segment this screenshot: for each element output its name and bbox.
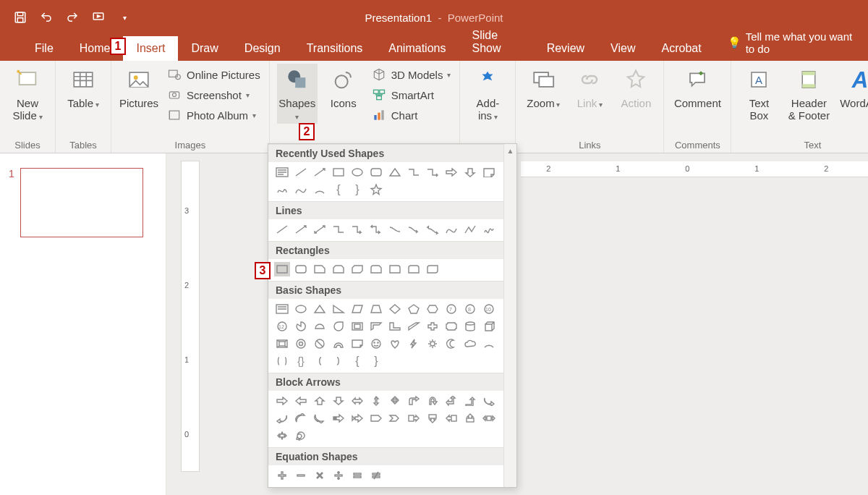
shape-arrow-callout-r[interactable]: [406, 411, 422, 426]
shapes-scrollbar[interactable]: ▲: [503, 144, 516, 487]
shape-multiply[interactable]: [312, 468, 328, 483]
addins-button[interactable]: Add- ins: [467, 64, 508, 122]
shape-divide[interactable]: [331, 468, 346, 483]
shape-arrow-bent[interactable]: [406, 394, 422, 408]
shape-cube[interactable]: [481, 319, 497, 334]
shape-line[interactable]: [274, 222, 290, 237]
shape-left-brace[interactable]: {: [331, 182, 346, 197]
shape-freeform2[interactable]: [462, 222, 478, 237]
shape-line-arrow[interactable]: [312, 165, 328, 179]
shape-teardrop[interactable]: [331, 319, 346, 334]
shape-lightning[interactable]: [406, 337, 422, 351]
shape-left-brace2[interactable]: {: [349, 354, 365, 368]
shape-right-brace2[interactable]: }: [368, 354, 384, 368]
shape-folded-corner[interactable]: [349, 337, 365, 351]
tab-insert[interactable]: Insert: [123, 36, 178, 61]
shape-arrow-up[interactable]: [312, 394, 328, 408]
shape-arrow-callout-lr[interactable]: [481, 411, 497, 426]
shape-rounded-rect[interactable]: [293, 262, 309, 276]
shape-arrow-right[interactable]: [274, 394, 290, 408]
smartart-button[interactable]: SmartArt: [370, 85, 453, 104]
shape-parallelogram[interactable]: [349, 302, 365, 316]
shape-decagon[interactable]: 10: [481, 302, 497, 316]
shape-arrow-notched[interactable]: [349, 411, 365, 426]
save-button[interactable]: [9, 6, 32, 29]
action-button[interactable]: Action: [616, 64, 656, 109]
shape-can[interactable]: [462, 319, 478, 334]
shape-curved-arrow[interactable]: [406, 222, 422, 237]
shape-pentagon-arrow[interactable]: [368, 411, 384, 426]
shape-octagon[interactable]: 8: [462, 302, 478, 316]
shape-pie[interactable]: [293, 319, 309, 334]
shape-diag-stripe[interactable]: [406, 319, 422, 334]
shape-arrow-down[interactable]: [331, 394, 346, 408]
shape-bevel[interactable]: [274, 337, 290, 351]
shape-arrow-down[interactable]: [462, 165, 478, 179]
tab-design[interactable]: Design: [231, 36, 294, 61]
shape-arrow-callout-l[interactable]: [443, 411, 459, 426]
shape-dodecagon[interactable]: 12: [274, 319, 290, 334]
photo-album-button[interactable]: Photo Album: [165, 106, 262, 124]
shape-plus[interactable]: [425, 319, 441, 334]
shape-curved[interactable]: [387, 222, 403, 237]
screenshot-button[interactable]: Screenshot: [165, 85, 262, 104]
shape-arrow-curved-left[interactable]: [274, 411, 290, 426]
shape-pentagon[interactable]: [406, 302, 422, 316]
shape-arrow-curved-up[interactable]: [293, 411, 309, 426]
shape-double-brace[interactable]: {}: [293, 354, 309, 368]
shape-rectangle[interactable]: [331, 165, 346, 179]
shape-sun[interactable]: [425, 337, 441, 351]
shape-arrow-left[interactable]: [293, 394, 309, 408]
link-button[interactable]: Link: [569, 64, 610, 109]
shape-arc[interactable]: [312, 182, 328, 197]
shape-elbow[interactable]: [331, 222, 346, 237]
shape-notequal[interactable]: [368, 468, 384, 483]
shape-arc2[interactable]: [481, 337, 497, 351]
shape-frame[interactable]: [349, 319, 365, 334]
shape-arrow-right[interactable]: [443, 165, 459, 179]
shape-trapezoid[interactable]: [368, 302, 384, 316]
shape-arrow-callout-quad[interactable]: [274, 428, 290, 443]
tab-acrobat[interactable]: Acrobat: [649, 36, 715, 61]
shape-arrow-uturn[interactable]: [425, 394, 441, 408]
tab-draw[interactable]: Draw: [178, 36, 231, 61]
shape-no[interactable]: [312, 337, 328, 351]
shape-block-arc[interactable]: [331, 337, 346, 351]
shape-left-bracket[interactable]: [312, 354, 328, 368]
shape-diamond[interactable]: [387, 302, 403, 316]
shape-triangle[interactable]: [312, 302, 328, 316]
shape-curve[interactable]: [293, 182, 309, 197]
shape-arrow-quad[interactable]: [387, 394, 403, 408]
shape-arrow-updown[interactable]: [368, 394, 384, 408]
shape-plaque[interactable]: [443, 319, 459, 334]
start-slideshow-button[interactable]: [87, 6, 110, 29]
shape-circular-arrow[interactable]: [293, 428, 309, 443]
shape-line-double-arrow[interactable]: [312, 222, 328, 237]
online-pictures-button[interactable]: Online Pictures: [165, 65, 262, 84]
tab-review[interactable]: Review: [534, 36, 597, 61]
shape-elbow-double[interactable]: [368, 222, 384, 237]
shape-right-bracket[interactable]: [331, 354, 346, 368]
shape-arrow-callout-d[interactable]: [425, 411, 441, 426]
shapes-button[interactable]: Shapes: [277, 64, 318, 124]
shape-smiley[interactable]: [368, 337, 384, 351]
shape-arrow-leftup[interactable]: [443, 394, 459, 408]
shape-round-same[interactable]: [406, 262, 422, 276]
shape-rectangle[interactable]: [274, 262, 290, 276]
wordart-button[interactable]: A WordArt: [838, 64, 868, 109]
shape-oval[interactable]: [349, 165, 365, 179]
scroll-up-icon[interactable]: ▲: [504, 144, 516, 157]
shape-heptagon[interactable]: 7: [443, 302, 459, 316]
shape-chord[interactable]: [312, 319, 328, 334]
shape-hexagon[interactable]: [425, 302, 441, 316]
shape-donut[interactable]: [293, 337, 309, 351]
shape-snip-same[interactable]: [331, 262, 346, 276]
shape-double-bracket[interactable]: [274, 354, 290, 368]
new-slide-button[interactable]: New Slide: [7, 64, 48, 122]
tab-file[interactable]: File: [22, 36, 67, 61]
tab-slideshow[interactable]: Slide Show: [459, 23, 533, 61]
shape-l[interactable]: [387, 319, 403, 334]
header-footer-button[interactable]: Header & Footer: [785, 64, 833, 122]
shape-line-arrow[interactable]: [293, 222, 309, 237]
comment-button[interactable]: Comment: [671, 64, 723, 109]
